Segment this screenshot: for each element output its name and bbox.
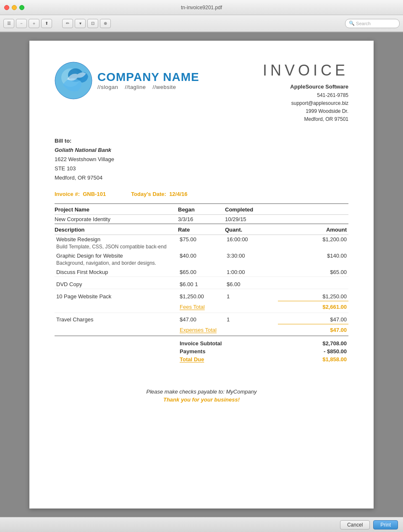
expenses-total-label: Expenses Total bbox=[178, 324, 278, 336]
total-due-row: Total Due $1,858.00 bbox=[55, 355, 348, 363]
tagline-slogan: //slogan bbox=[97, 84, 118, 90]
item2-amount: $140.00 bbox=[278, 251, 348, 260]
payable-text: Please make checks payable to: MyCompany bbox=[55, 389, 348, 395]
line-item-2-sub: Background, navigation, and border desig… bbox=[55, 260, 348, 268]
bill-to-address1: 1622 Westshown Village bbox=[55, 155, 348, 164]
share2-button[interactable]: ⊕ bbox=[100, 19, 111, 28]
search-bar[interactable]: 🔍 Search bbox=[345, 19, 400, 28]
item1-sub-text: Build Template, CSS, JSON compatible bac… bbox=[55, 244, 348, 251]
desc-header: Description bbox=[55, 224, 178, 235]
expense1-desc: Travel Charges bbox=[55, 313, 178, 324]
content-area: COMPANY NAME //slogan //tagline //websit… bbox=[0, 32, 403, 517]
cancel-button[interactable]: Cancel bbox=[340, 520, 370, 529]
project-header-row: Project Name Began Completed bbox=[55, 204, 348, 215]
item1-amount: $1,200.00 bbox=[278, 235, 348, 244]
rate-header: Rate bbox=[178, 224, 225, 235]
invoice-title: INVOICE bbox=[263, 62, 348, 79]
tagline-tag: //tagline bbox=[125, 84, 146, 90]
payments-label: Payments bbox=[178, 347, 278, 355]
sender-phone: 541-261-9785 bbox=[263, 91, 348, 99]
line-item-1-sub: Build Template, CSS, JSON compatible bac… bbox=[55, 244, 348, 251]
sidebar-toggle-button[interactable]: ☰ bbox=[3, 19, 14, 28]
toolbar: ☰ － ＋ ⬆ ✏ ▾ ⊡ ⊕ 🔍 Search bbox=[0, 15, 403, 32]
fees-total-empty bbox=[55, 301, 178, 313]
footer-note: Please make checks payable to: MyCompany… bbox=[55, 389, 348, 403]
pen-dropdown-button[interactable]: ▾ bbox=[75, 19, 86, 28]
project-data-row: New Corporate Identity 3/3/16 10/29/15 bbox=[55, 215, 348, 224]
sender-name: AppleSource Software bbox=[263, 83, 348, 91]
item4-amount bbox=[278, 277, 348, 289]
fees-total-amount: $2,661.00 bbox=[278, 301, 348, 313]
sender-address2: Medford, OR 97501 bbox=[263, 115, 348, 123]
item4-desc: DVD Copy bbox=[55, 277, 178, 289]
bill-to-address3: Medford, OR 97504 bbox=[55, 173, 348, 183]
sender-email: support@applesource.biz bbox=[263, 99, 348, 107]
completed-header: Completed bbox=[225, 204, 278, 215]
company-logo bbox=[55, 62, 92, 99]
item2-rate: $40.00 bbox=[178, 251, 225, 260]
fees-total-label: Fees Total bbox=[178, 301, 278, 313]
print-button[interactable]: Print bbox=[373, 520, 398, 529]
share-button[interactable]: ⬆ bbox=[41, 19, 52, 28]
sender-info: AppleSource Software 541-261-9785 suppor… bbox=[263, 83, 348, 124]
bill-to-address2: STE 103 bbox=[55, 164, 348, 173]
item2-desc: Graphic Design for Website bbox=[55, 251, 178, 260]
total-label: Total Due bbox=[178, 355, 278, 363]
total-empty bbox=[55, 355, 178, 363]
item3-desc: Discuss First Mockup bbox=[55, 268, 178, 277]
item1-desc: Website Redesign bbox=[55, 235, 178, 244]
line-item-5: 10 Page Website Pack $1,250.00 1 $1,250.… bbox=[55, 289, 348, 301]
line-item-1: Website Redesign $75.00 16:00:00 $1,200.… bbox=[55, 235, 348, 244]
item5-desc: 10 Page Website Pack bbox=[55, 289, 178, 301]
pdf-document: COMPANY NAME //slogan //tagline //websit… bbox=[29, 41, 374, 509]
project-completed-value: 10/29/15 bbox=[225, 215, 278, 224]
item2-sub-text: Background, navigation, and border desig… bbox=[55, 260, 348, 268]
item4-qty: $6.00 bbox=[225, 277, 278, 289]
subtotal-empty bbox=[55, 339, 178, 347]
tagline-website: //website bbox=[153, 84, 176, 90]
minimize-button[interactable] bbox=[12, 5, 17, 10]
company-name: COMPANY NAME bbox=[97, 71, 199, 84]
search-icon: 🔍 bbox=[349, 21, 355, 26]
project-amount-empty bbox=[278, 215, 348, 224]
item1-rate: $75.00 bbox=[178, 235, 225, 244]
zoom-out-button[interactable]: － bbox=[16, 19, 27, 28]
maximize-button[interactable] bbox=[19, 5, 24, 10]
invoice-title-section: INVOICE AppleSource Software 541-261-978… bbox=[263, 62, 348, 124]
invoice-meta: Invoice #: GNB-101 Today's Date: 12/4/16 bbox=[55, 191, 348, 197]
item3-rate: $65.00 bbox=[178, 268, 225, 277]
invoice-number-field: Invoice #: GNB-101 bbox=[55, 191, 106, 197]
bill-to-label: Bill to: bbox=[55, 136, 348, 146]
item5-qty: 1 bbox=[225, 289, 278, 301]
copy-button[interactable]: ⊡ bbox=[87, 19, 98, 28]
pen-tool-button[interactable]: ✏ bbox=[62, 19, 73, 28]
zoom-in-button[interactable]: ＋ bbox=[29, 19, 39, 28]
payments-value: - $850.00 bbox=[278, 347, 348, 355]
item5-rate: $1,250.00 bbox=[178, 289, 225, 301]
item3-qty: 1:00:00 bbox=[225, 268, 278, 277]
invoice-date-label: Today's Date: bbox=[131, 191, 166, 197]
line-item-3: Discuss First Mockup $65.00 1:00:00 $65.… bbox=[55, 268, 348, 277]
search-placeholder: Search bbox=[356, 21, 371, 26]
payments-row: Payments - $850.00 bbox=[55, 347, 348, 355]
project-name-value: New Corporate Identity bbox=[55, 215, 178, 224]
summary-divider-row bbox=[55, 336, 348, 340]
line-item-4: DVD Copy $6.00 1 $6.00 bbox=[55, 277, 348, 289]
close-button[interactable] bbox=[4, 5, 9, 10]
invoice-date-field: Today's Date: 12/4/16 bbox=[131, 191, 187, 197]
subtotal-value: $2,708.00 bbox=[278, 339, 348, 347]
bill-to-name: Goliath National Bank bbox=[55, 146, 348, 155]
thank-you-text: Thank you for your business! bbox=[55, 396, 348, 403]
subtotal-label: Invoice Subtotal bbox=[178, 339, 278, 347]
project-began-value: 3/3/16 bbox=[178, 215, 225, 224]
amount-placeholder bbox=[278, 204, 348, 215]
expense1-amount: $47.00 bbox=[278, 313, 348, 324]
item5-amount: $1,250.00 bbox=[278, 289, 348, 301]
company-tagline: //slogan //tagline //website bbox=[97, 84, 199, 90]
total-value: $1,858.00 bbox=[278, 355, 348, 363]
project-name-header: Project Name bbox=[55, 204, 178, 215]
expenses-total-row: Expenses Total $47.00 bbox=[55, 324, 348, 336]
item2-qty: 3:30:00 bbox=[225, 251, 278, 260]
items-header-row: Description Rate Quant. Amount bbox=[55, 224, 348, 235]
item4-rate: $6.00 1 bbox=[178, 277, 225, 289]
